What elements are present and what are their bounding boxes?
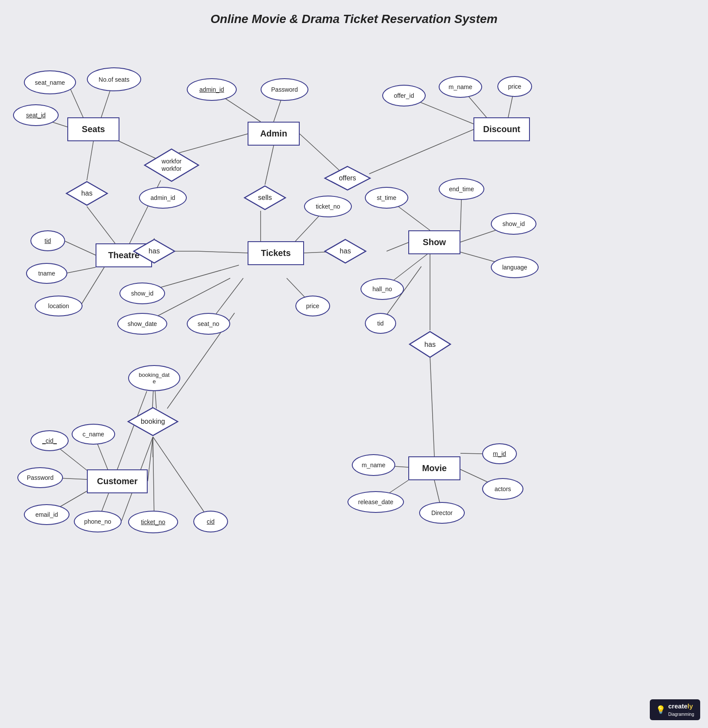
relation-has3: has xyxy=(324,238,367,264)
attr-admin-id-rel: admin_id xyxy=(139,187,187,209)
relation-has2: has xyxy=(132,238,176,264)
attr-admin-id-top: admin_id xyxy=(187,78,237,101)
attr-password-admin: Password xyxy=(261,78,308,101)
attr-price-disc: price xyxy=(497,76,532,97)
svg-line-16 xyxy=(198,251,248,253)
attr-cid: _cid_ xyxy=(30,430,69,451)
attr-release-date: release_date xyxy=(347,491,404,513)
attr-booking-date: booking_date xyxy=(128,365,180,391)
attr-show-id-ticket: show_id xyxy=(119,283,165,304)
attr-tid-theatre: tid xyxy=(30,230,65,251)
attr-actors: actors xyxy=(482,478,523,500)
attr-show-id-show: show_id xyxy=(491,213,536,235)
attr-show-date: show_date xyxy=(117,313,167,335)
attr-seat-id: seat_id xyxy=(13,104,59,126)
relation-sells: sells xyxy=(243,185,287,211)
bulb-icon: 💡 xyxy=(656,705,665,715)
brand-name: createlyDiagramming xyxy=(668,702,694,717)
page-title: Online Movie & Drama Ticket Reservation … xyxy=(0,12,708,26)
entity-movie: Movie xyxy=(408,456,460,480)
attr-price-ticket: price xyxy=(295,296,330,316)
relation-has4: has xyxy=(408,330,452,359)
svg-line-35 xyxy=(430,356,434,456)
attr-location: location xyxy=(35,296,83,316)
attr-language: language xyxy=(491,256,539,278)
svg-line-7 xyxy=(80,267,104,306)
attr-seat-no: seat_no xyxy=(187,313,230,335)
attr-m-id: m_id xyxy=(482,443,517,464)
svg-line-37 xyxy=(460,453,482,454)
entity-customer: Customer xyxy=(87,469,148,493)
svg-line-3 xyxy=(87,141,93,180)
creately-watermark: 💡 createlyDiagramming xyxy=(650,699,700,720)
svg-line-21 xyxy=(369,130,473,174)
svg-line-18 xyxy=(265,146,274,185)
attr-tid-show: tid xyxy=(365,313,396,334)
entity-show: Show xyxy=(408,230,460,254)
entity-admin: Admin xyxy=(248,122,300,146)
attr-no-of-seats: No.of seats xyxy=(87,67,141,91)
svg-line-51 xyxy=(153,437,154,521)
svg-line-5 xyxy=(65,241,96,255)
attr-cid-booking: cid xyxy=(193,511,228,532)
svg-line-26 xyxy=(387,243,408,251)
relation-workfor: workforworkfor xyxy=(143,148,200,183)
attr-tname: tname xyxy=(26,263,67,284)
svg-line-52 xyxy=(153,437,211,522)
attr-st-time: st_time xyxy=(365,187,408,209)
svg-line-4 xyxy=(87,206,115,243)
relation-offers: offers xyxy=(324,165,371,191)
attr-email-id: email_id xyxy=(24,504,69,525)
attr-end-time: end_time xyxy=(439,178,484,200)
attr-ticket-no-booking: ticket_no xyxy=(128,511,178,533)
entity-discount: Discount xyxy=(473,117,530,141)
entity-seats: Seats xyxy=(67,117,119,141)
diagram-container: Online Movie & Drama Ticket Reservation … xyxy=(0,0,708,728)
relation-has1: has xyxy=(65,180,109,206)
attr-phone-no: phone_no xyxy=(74,511,122,532)
svg-line-58 xyxy=(148,437,153,481)
attr-ticket-no-top: ticket_no xyxy=(304,196,352,217)
relation-booking: booking xyxy=(127,406,179,437)
svg-line-6 xyxy=(67,267,96,273)
attr-director: Director xyxy=(419,502,465,524)
attr-password-cust: Password xyxy=(17,467,63,488)
attr-m-name-disc: m_name xyxy=(439,76,482,98)
er-diagram-lines xyxy=(0,0,708,728)
entity-tickets: Tickets xyxy=(248,241,304,265)
attr-m-name-movie: m_name xyxy=(352,454,395,476)
attr-hall-no: hall_no xyxy=(361,278,404,300)
attr-offer-id: offer_id xyxy=(382,85,426,106)
attr-seat-name: seat_name xyxy=(24,70,76,94)
attr-c-name: c_name xyxy=(72,424,115,445)
